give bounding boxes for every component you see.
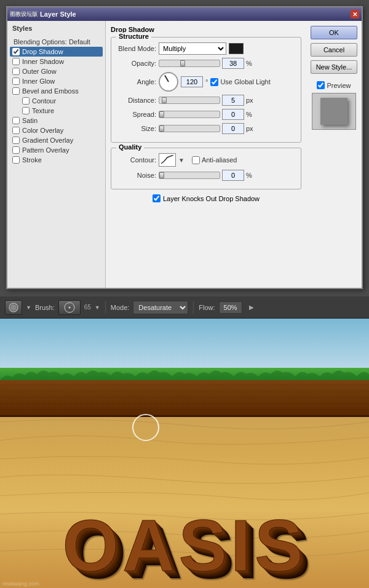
- sidebar-item-texture[interactable]: Texture: [10, 106, 103, 116]
- tool-preset-btn[interactable]: [5, 300, 22, 315]
- sidebar-item-satin[interactable]: Satin: [10, 116, 103, 125]
- lko-checkbox[interactable]: [153, 194, 161, 202]
- noise-row: Noise: %: [116, 170, 296, 181]
- blend-mode-label: Blend Mode:: [116, 45, 156, 52]
- dialog-body: Styles Blending Options: Default Drop Sh…: [7, 21, 362, 288]
- dropdown-arrow-brush[interactable]: ▼: [95, 304, 100, 311]
- noise-unit: %: [246, 172, 252, 179]
- noise-slider[interactable]: [159, 172, 220, 179]
- color-overlay-checkbox[interactable]: [12, 127, 20, 134]
- noise-input[interactable]: [222, 170, 244, 181]
- drop-shadow-checkbox[interactable]: [12, 48, 20, 55]
- outer-glow-label: Outer Glow: [22, 68, 57, 75]
- opacity-label: Opacity:: [116, 60, 156, 67]
- sidebar-item-color-overlay[interactable]: Color Overlay: [10, 125, 103, 135]
- contour-row: Contour: ▼ Anti-aliased: [116, 153, 296, 167]
- sep1: [105, 301, 106, 314]
- contour-preview[interactable]: [159, 153, 176, 167]
- cancel-button[interactable]: Cancel: [311, 43, 357, 57]
- noise-slider-container: %: [159, 170, 252, 181]
- blend-mode-select[interactable]: Multiply Normal Screen: [159, 42, 226, 55]
- spread-input[interactable]: [222, 109, 244, 120]
- gradient-overlay-label: Gradient Overlay: [22, 137, 73, 144]
- size-row: Size: px: [116, 123, 296, 134]
- spread-slider-container: %: [159, 109, 252, 120]
- flow-input[interactable]: [219, 301, 242, 314]
- outer-glow-checkbox[interactable]: [12, 68, 20, 75]
- right-side: Drop Shadow Structure Blend Mode: Multip…: [106, 21, 362, 288]
- distance-slider[interactable]: [159, 97, 220, 104]
- use-global-light-label: Use Global Light: [210, 78, 270, 86]
- gradient-overlay-checkbox[interactable]: [12, 137, 20, 144]
- mode-label: Mode:: [111, 304, 130, 311]
- angle-label: Angle:: [116, 78, 156, 85]
- main-panel: Drop Shadow Structure Blend Mode: Multip…: [106, 21, 306, 288]
- sep2: [193, 301, 194, 314]
- buttons-panel: OK Cancel New Style... Preview: [306, 21, 362, 288]
- opacity-input[interactable]: [222, 58, 244, 69]
- preview-checkbox[interactable]: [317, 81, 325, 89]
- sidebar-item-contour[interactable]: Contour: [10, 96, 103, 106]
- size-slider[interactable]: [159, 125, 220, 132]
- angle-input[interactable]: [181, 76, 203, 87]
- size-unit: px: [246, 125, 253, 132]
- dropdown-arrow-tool[interactable]: ▼: [26, 304, 31, 311]
- brush-label: Brush:: [35, 304, 55, 311]
- blend-color-swatch[interactable]: [229, 43, 244, 54]
- canvas-image: OASIS niseiwang.com: [0, 319, 369, 588]
- inner-glow-checkbox[interactable]: [12, 77, 20, 85]
- structure-group: Structure Blend Mode: Multiply Normal Sc…: [111, 37, 301, 143]
- dirt-layer: [0, 379, 369, 417]
- quality-group: Quality Contour: ▼ Anti-aliased: [111, 148, 301, 189]
- close-button[interactable]: ✕: [351, 10, 359, 18]
- sidebar-item-inner-shadow[interactable]: Inner Shadow: [10, 57, 103, 66]
- color-overlay-label: Color Overlay: [22, 127, 63, 134]
- brush-size-label: 65: [84, 304, 91, 311]
- flow-arrow-btn[interactable]: ▶: [246, 300, 257, 315]
- size-slider-container: px: [159, 123, 253, 134]
- blending-options-item[interactable]: Blending Options: Default: [10, 37, 103, 47]
- size-label: Size:: [116, 125, 156, 132]
- pattern-overlay-label: Pattern Overlay: [22, 146, 69, 154]
- spread-unit: %: [246, 111, 252, 118]
- grass-layer: [0, 368, 369, 380]
- opacity-slider[interactable]: [159, 60, 220, 67]
- titlebar-logo: 图教设坛版: [10, 10, 38, 18]
- anti-aliased-text: Anti-aliased: [202, 156, 237, 164]
- blend-mode-row: Blend Mode: Multiply Normal Screen: [116, 42, 296, 55]
- opacity-slider-container: %: [159, 58, 252, 69]
- spread-row: Spread: %: [116, 109, 296, 120]
- use-global-light-checkbox[interactable]: [210, 78, 218, 86]
- sidebar-item-drop-shadow[interactable]: Drop Shadow: [10, 47, 103, 57]
- contour-checkbox[interactable]: [22, 97, 30, 105]
- bevel-emboss-checkbox[interactable]: [12, 87, 20, 95]
- satin-checkbox[interactable]: [12, 117, 20, 124]
- angle-dial[interactable]: [159, 72, 178, 92]
- opacity-row: Opacity: %: [116, 58, 296, 69]
- texture-checkbox[interactable]: [22, 107, 30, 114]
- distance-input[interactable]: [222, 95, 244, 106]
- sidebar-item-pattern-overlay[interactable]: Pattern Overlay: [10, 145, 103, 155]
- brush-preview-btn[interactable]: [58, 300, 81, 315]
- sidebar-item-gradient-overlay[interactable]: Gradient Overlay: [10, 135, 103, 145]
- layer-style-dialog: 图教设坛版 Layer Style ✕ Styles Blending Opti…: [6, 6, 363, 289]
- sidebar-item-stroke[interactable]: Stroke: [10, 155, 103, 165]
- bevel-emboss-label: Bevel and Emboss: [22, 87, 79, 95]
- contour-row-label: Contour:: [116, 156, 156, 164]
- mode-select[interactable]: Desaturate Normal Darken Saturate: [133, 301, 188, 314]
- contour-dropdown-arrow[interactable]: ▼: [178, 157, 184, 164]
- spread-label: Spread:: [116, 111, 156, 118]
- sidebar-item-bevel-emboss[interactable]: Bevel and Emboss: [10, 86, 103, 96]
- sidebar-item-outer-glow[interactable]: Outer Glow: [10, 66, 103, 76]
- sidebar-item-inner-glow[interactable]: Inner Glow: [10, 76, 103, 86]
- anti-aliased-checkbox[interactable]: [192, 156, 200, 164]
- pattern-overlay-checkbox[interactable]: [12, 146, 20, 154]
- distance-unit: px: [246, 97, 253, 104]
- ok-button[interactable]: OK: [311, 26, 357, 39]
- spread-slider[interactable]: [159, 111, 220, 118]
- size-input[interactable]: [222, 123, 244, 134]
- tool-bar: ▼ Brush: 65 ▼ Mode: Desaturate Normal Da…: [0, 296, 369, 319]
- stroke-checkbox[interactable]: [12, 156, 20, 164]
- inner-shadow-checkbox[interactable]: [12, 58, 20, 65]
- new-style-button[interactable]: New Style...: [311, 60, 357, 74]
